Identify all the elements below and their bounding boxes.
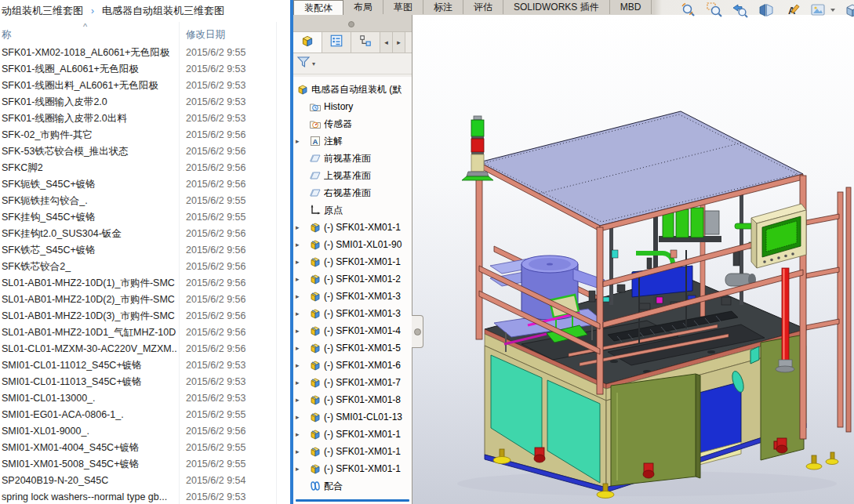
command-tab-6[interactable]: SOLIDWORKS 插件	[503, 0, 610, 14]
file-row[interactable]: SFK轭铁_S45C+镀铬2015/6/2 9:56	[0, 176, 290, 193]
file-row[interactable]: SMI01-XM01-4004_S45C+镀铬2015/6/2 9:55	[0, 440, 290, 456]
file-row[interactable]: spring lock washers--normal type gb...20…	[0, 489, 290, 504]
tree-item-component[interactable]: ▸(-) SFK01-XM01-6	[293, 357, 412, 374]
section-view-icon[interactable]	[758, 2, 775, 19]
file-row[interactable]: SP2040B19-N-20_S45C2015/6/2 9:54	[0, 473, 290, 489]
tree-item-plane[interactable]: 上视基准面	[293, 167, 412, 184]
tree-item-component[interactable]: ▸(-) SFK01-XM01-1	[293, 443, 412, 460]
annotation-visibility-icon[interactable]: A	[783, 2, 801, 19]
breadcrumb-current[interactable]: 电感器自动组装机三维套图	[102, 5, 224, 16]
file-row[interactable]: SMI01-XL01-9000_.2015/6/2 9:56	[0, 423, 290, 440]
command-tab-3[interactable]: 草图	[383, 0, 423, 14]
expand-arrow-icon[interactable]: ▸	[296, 443, 303, 460]
scroll-right-icon[interactable]: ▸	[393, 32, 405, 53]
scroll-left-icon[interactable]: ◂	[380, 32, 393, 53]
command-tab-4[interactable]: 标注	[423, 0, 463, 14]
fm-tab-property-manager[interactable]	[322, 32, 351, 53]
display-style-icon[interactable]	[844, 2, 854, 19]
tree-item-plane[interactable]: 前视基准面	[293, 150, 412, 167]
tree-item-component[interactable]: ▸(-) SFK01-XM01-5	[293, 339, 412, 357]
file-row[interactable]: SFK轭铁挂勾铰合_.2015/6/2 9:55	[0, 193, 290, 209]
panel-resize-handle[interactable]	[412, 315, 423, 348]
command-tab-2[interactable]: 布局	[343, 0, 383, 14]
expand-arrow-icon[interactable]: ▸	[296, 305, 303, 322]
fm-tab-configuration-manager[interactable]	[351, 32, 380, 53]
tree-item-mates[interactable]: 配合	[293, 477, 412, 495]
file-row[interactable]: SMI01-CL01-11013_S45C+镀铬2015/6/2 9:53	[0, 374, 290, 390]
expand-arrow-icon[interactable]: ▸	[296, 374, 303, 391]
tree-item-component[interactable]: ▸(-) SMI01-CL01-13	[293, 408, 412, 426]
configuration-manager-icon	[358, 34, 372, 51]
file-row[interactable]: SMI01-EG01-ACA-0806-1_.2015/6/2 9:55	[0, 407, 290, 423]
file-row[interactable]: SMI01-XM01-5008_S45C+镀铬2015/6/2 9:55	[0, 456, 290, 473]
file-row[interactable]: SFK01-线圈输入皮带2.0出料2015/6/2 9:53	[0, 111, 290, 127]
file-row[interactable]: SFK01-线圈输入皮带2.02015/6/2 9:53	[0, 94, 290, 111]
tree-item-component[interactable]: ▸(-) SFK01-XM01-1	[293, 426, 412, 443]
expand-arrow-icon[interactable]: ▸	[296, 219, 303, 236]
tree-filter-bar[interactable]: ▾	[293, 53, 412, 74]
file-row[interactable]: SFK-02_市购件-其它2015/6/2 9:56	[0, 127, 290, 143]
fm-tab-feature-tree[interactable]	[293, 32, 322, 53]
breadcrumb-parent[interactable]: 动组装机三维套图	[2, 5, 83, 16]
tree-item-component[interactable]: ▸(-) SFK01-XM01-2	[293, 270, 412, 288]
file-row[interactable]: SL01-AB01-MHZ2-10D(2)_市购件-SMC2015/6/2 9:…	[0, 292, 290, 308]
file-row[interactable]: SMI01-CL01-13000_.2015/6/2 9:53	[0, 390, 290, 407]
file-row[interactable]: SL01-AB01-MHZ2-10D(1)_市购件-SMC2015/6/2 9:…	[0, 275, 290, 292]
file-row[interactable]: SFK挂钩_S45C+镀铬2015/6/2 9:55	[0, 209, 290, 226]
tree-item-component[interactable]: ▸(-) SFK01-XM01-4	[293, 322, 412, 339]
file-row[interactable]: SFK挂钩t2.0_SUS304-钣金2015/6/2 9:56	[0, 226, 290, 242]
command-tab-7[interactable]: MBD	[610, 0, 652, 14]
tree-item-component[interactable]: ▸(-) SFK01-XM01-8	[293, 391, 412, 408]
tree-item-component[interactable]: ▸(-) SFK01-XM01-1	[293, 253, 412, 270]
apply-scene-icon[interactable]	[809, 2, 827, 19]
rollback-bar[interactable]	[296, 499, 409, 502]
expand-arrow-icon[interactable]: ▸	[296, 357, 303, 374]
file-row[interactable]: SFK01-线圈_AL6061+无色阳极2015/6/2 9:53	[0, 61, 290, 78]
file-row[interactable]: SL01-AB01-MHZ2-10D1_气缸MHZ-10D2015/6/2 9:…	[0, 325, 290, 341]
column-header-date[interactable]: 修改日期	[186, 28, 225, 42]
file-row[interactable]: SFK-53铁芯铰合模_推出状态2015/6/2 9:56	[0, 143, 290, 160]
file-row[interactable]: SFKC脚22015/6/2 9:56	[0, 160, 290, 176]
file-row[interactable]: SL01-AB01-MHZ2-10D(3)_市购件-SMC2015/6/2 9:…	[0, 308, 290, 325]
graphics-viewport[interactable]	[412, 15, 854, 504]
expand-arrow-icon[interactable]: ▸	[296, 322, 303, 339]
zoom-to-fit-icon[interactable]	[680, 2, 697, 19]
expand-arrow-icon[interactable]: ▸	[296, 132, 303, 150]
file-row[interactable]: SL01-CL01-MZXM-30-AC220V_MZXM...2015/6/2…	[0, 341, 290, 357]
tree-item-component[interactable]: ▸(-) SFK01-XM01-3	[293, 305, 412, 322]
panel-splitter[interactable]	[293, 15, 412, 32]
tree-item-component[interactable]: ▸(-) SFK01-XM01-7	[293, 374, 412, 391]
file-row[interactable]: SFK铁芯铰合2_2015/6/2 9:56	[0, 259, 290, 275]
tree-item-assembly-root[interactable]: 电感器自动组装机 (默	[293, 81, 412, 98]
tree-item-component[interactable]: ▸(-) SMI01-XL01-90	[293, 236, 412, 253]
file-row[interactable]: SFK01-线圈出料_AL6061+无色阳极2015/6/2 9:53	[0, 78, 290, 94]
expand-arrow-icon[interactable]: ▸	[296, 426, 303, 443]
expand-arrow-icon[interactable]: ▸	[296, 460, 303, 477]
zoom-to-area-icon[interactable]	[706, 2, 723, 19]
file-row[interactable]: SMI01-CL01-11012_S45C+镀铬2015/6/2 9:53	[0, 357, 290, 374]
command-tab-5[interactable]: 评估	[463, 0, 503, 14]
column-header-name[interactable]: 称	[2, 28, 12, 42]
tree-item-component[interactable]: ▸(-) SFK01-XM01-1	[293, 219, 412, 236]
sort-ascending-icon[interactable]: ^	[83, 22, 87, 31]
tree-item-component[interactable]: ▸(-) SFK01-XM01-3	[293, 288, 412, 305]
expand-arrow-icon[interactable]: ▸	[296, 270, 303, 288]
file-row[interactable]: SFK01-XM02-1018_AL6061+无色阳极2015/6/2 9:55	[0, 45, 290, 61]
apply-scene-dropdown-icon[interactable]	[830, 9, 835, 12]
tree-item-plane[interactable]: 右视基准面	[293, 184, 412, 201]
expand-arrow-icon[interactable]: ▸	[296, 236, 303, 253]
expand-arrow-icon[interactable]: ▸	[296, 391, 303, 408]
expand-arrow-icon[interactable]: ▸	[296, 253, 303, 270]
file-row[interactable]: SFK铁芯_S45C+镀铬2015/6/2 9:56	[0, 242, 290, 259]
tree-item-component[interactable]: ▸(-) SFK01-XM01-1	[293, 460, 412, 477]
command-tab-1[interactable]: 装配体	[293, 0, 343, 16]
expand-arrow-icon[interactable]: ▸	[296, 288, 303, 305]
previous-view-icon[interactable]	[732, 2, 749, 19]
expand-arrow-icon[interactable]: ▸	[296, 339, 303, 357]
expand-arrow-icon[interactable]: ▸	[296, 408, 303, 426]
tree-item-history[interactable]: History	[293, 98, 412, 115]
tree-item-annotations[interactable]: ▸A注解	[293, 132, 412, 150]
machine-3d-model[interactable]	[412, 15, 854, 504]
tree-item-origin[interactable]: 原点	[293, 201, 412, 219]
tree-item-sensors[interactable]: 传感器	[293, 115, 412, 132]
